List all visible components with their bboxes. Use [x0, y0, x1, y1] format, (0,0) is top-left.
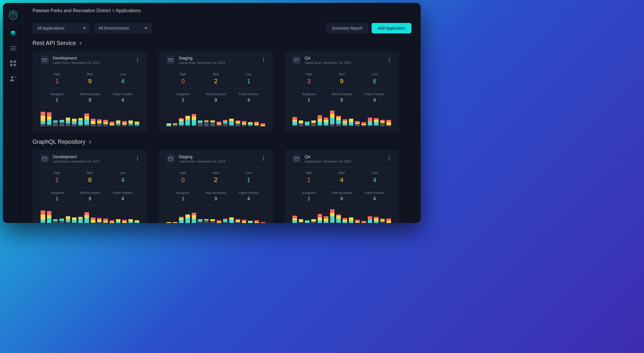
bar-column — [217, 220, 221, 223]
filter-environments-dropdown[interactable]: All Environments — [94, 23, 152, 33]
section-title[interactable]: Rest API Service — [32, 40, 411, 46]
card-header: DevelopmentLatest Scan: November 14, 202… — [41, 56, 139, 69]
svg-rect-15 — [169, 59, 173, 62]
svg-point-39 — [389, 159, 390, 161]
label-med: Med — [73, 171, 106, 174]
card-header: QALatest Scan: November 14, 2022 — [292, 56, 391, 69]
value-high: 3 — [292, 78, 325, 85]
environment-card[interactable]: StagingLatest Scan: November 14, 2022Hig… — [158, 150, 273, 223]
bar-column — [368, 216, 372, 223]
label-low: Low — [358, 171, 391, 174]
bar-column — [210, 219, 215, 223]
mini-bar-chart — [41, 209, 139, 223]
label-low: Low — [358, 72, 391, 76]
card-latest-scan: Latest Scan: November 14, 2022 — [53, 160, 132, 163]
bar-column — [305, 122, 310, 126]
filter-applications-label: All Applications — [37, 26, 64, 30]
bar-column — [311, 219, 316, 223]
value-med: 9 — [73, 78, 106, 85]
label-assigned: Assigned — [292, 92, 325, 96]
bar-column — [223, 219, 228, 223]
bar-column — [229, 119, 234, 126]
bar-column — [110, 122, 114, 126]
bar-column — [380, 219, 385, 223]
bar-column — [217, 122, 221, 126]
bar-column — [236, 120, 240, 126]
bar-column — [311, 120, 316, 126]
bar-column — [343, 218, 347, 223]
bar-column — [386, 219, 391, 223]
bar-column — [343, 119, 347, 126]
filter-applications-dropdown[interactable]: All Applications — [32, 23, 91, 33]
value-low: 6 — [358, 78, 391, 85]
card-kebab-menu[interactable] — [136, 56, 139, 64]
nav-add-user[interactable] — [10, 75, 17, 82]
card-kebab-menu[interactable] — [388, 155, 391, 163]
svg-rect-25 — [43, 157, 47, 161]
summary-report-button[interactable]: Summary Report — [326, 23, 368, 33]
topbar: Pawnee Parks and Recreation District > A… — [23, 3, 421, 18]
value-low: 4 — [106, 176, 139, 184]
nav-grid[interactable] — [10, 60, 17, 67]
value-high: 1 — [41, 176, 73, 184]
sidebar — [3, 3, 23, 223]
environment-card[interactable]: QALatest Scan: November 14, 2022High3Med… — [284, 51, 399, 132]
value-med: 4 — [325, 176, 358, 184]
nav-layers[interactable] — [10, 30, 17, 37]
label-high: High — [292, 72, 325, 76]
card-kebab-menu[interactable] — [262, 155, 265, 163]
severity-stats: High0Med2Low1 — [167, 168, 265, 188]
bar-column — [248, 221, 253, 223]
bar-column — [84, 114, 89, 126]
label-high: High — [167, 171, 199, 174]
card-kebab-menu[interactable] — [262, 56, 265, 64]
breadcrumb[interactable]: Pawnee Parks and Recreation District > A… — [32, 8, 411, 13]
environment-card[interactable]: DevelopmentLatest Scan: November 14, 202… — [32, 51, 147, 132]
label-risk-accepted: Risk Accepted — [73, 92, 106, 96]
value-med: 2 — [199, 78, 232, 85]
bar-column — [129, 120, 133, 126]
bar-column — [167, 123, 171, 126]
environment-card[interactable]: DevelopmentLatest Scan: November 14, 202… — [32, 150, 147, 223]
value-assigned: 1 — [41, 196, 73, 201]
label-assigned: Assigned — [167, 92, 199, 96]
value-risk-accepted: 9 — [73, 196, 106, 201]
card-env-name: Staging — [179, 56, 258, 60]
label-med: Med — [73, 72, 106, 76]
add-application-button[interactable]: Add Application — [372, 23, 411, 33]
status-stats: Assigned1Risk Accepted9False Positive4 — [167, 188, 265, 205]
main-content: Pawnee Parks and Recreation District > A… — [23, 3, 421, 223]
bar-column — [380, 120, 385, 126]
svg-point-37 — [389, 156, 390, 157]
label-high: High — [41, 72, 73, 76]
svg-point-27 — [137, 156, 138, 157]
card-header: StagingLatest Scan: November 14, 2022 — [167, 154, 265, 168]
environment-card[interactable]: StagingLatest Scan: November 14, 2022Hig… — [158, 51, 273, 132]
bar-column — [204, 219, 209, 223]
environment-card[interactable]: QALatest Scan: November 14, 2022High1Med… — [284, 150, 399, 223]
terminal-icon — [41, 56, 49, 64]
label-risk-accepted: Risk Accepted — [73, 191, 106, 194]
value-risk-accepted: 9 — [325, 196, 358, 201]
svg-point-33 — [263, 158, 264, 159]
card-latest-scan: Latest Scan: November 14, 2022 — [53, 61, 132, 64]
value-assigned: 1 — [41, 98, 73, 103]
section-title[interactable]: GraphQL Repository — [32, 138, 411, 145]
bar-column — [210, 120, 215, 126]
bar-column — [292, 216, 297, 223]
label-false-positive: False Positive — [106, 92, 139, 96]
value-false-positive: 4 — [106, 196, 139, 201]
card-kebab-menu[interactable] — [388, 56, 391, 64]
svg-rect-10 — [43, 59, 47, 62]
card-header: DevelopmentLatest Scan: November 14, 202… — [41, 154, 139, 168]
bar-column — [368, 118, 372, 126]
bar-column — [192, 114, 196, 126]
card-kebab-menu[interactable] — [136, 155, 139, 163]
label-false-positive: False Positive — [232, 92, 265, 96]
card-latest-scan: Latest Scan: November 14, 2022 — [179, 61, 258, 64]
svg-point-32 — [263, 156, 264, 157]
bar-column — [361, 221, 366, 223]
bar-column — [97, 218, 102, 223]
terminal-icon — [41, 155, 49, 163]
nav-list[interactable] — [10, 45, 17, 52]
